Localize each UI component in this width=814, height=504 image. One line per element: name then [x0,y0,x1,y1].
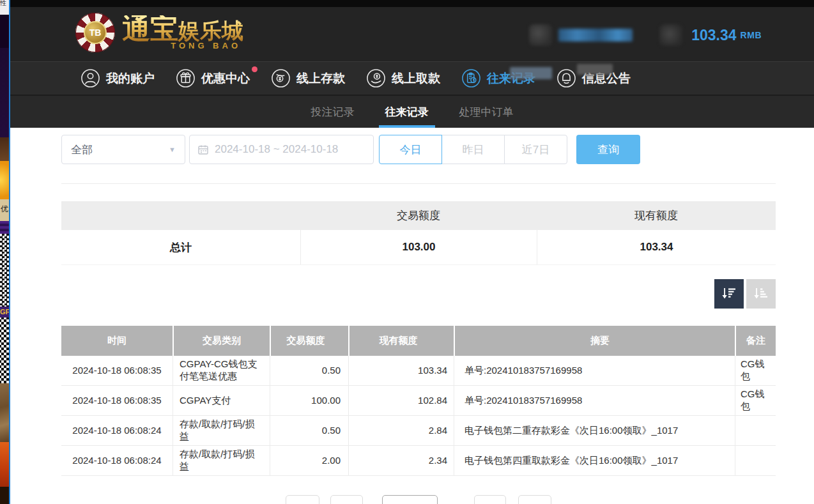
site-logo[interactable]: TB 通宝娱乐城 TONG BAO [75,13,243,52]
table-cell: CGPAY-CG钱包支付笔笔送优惠 [173,356,270,385]
nav-item-my-account[interactable]: 我的账户 [81,68,155,88]
sort-ascending-button[interactable] [746,279,776,309]
table-row: 2024-10-18 06:08:24存款/取款/打码/损益0.502.84电子… [61,416,776,446]
nav-item-promotions[interactable]: 优惠中心 [176,68,250,88]
pagination [61,495,776,504]
table-cell: 存款/取款/打码/损益 [173,446,270,475]
quick-range-yesterday[interactable]: 昨日 [442,135,505,164]
gift-icon [176,68,196,88]
censored-username [558,29,633,42]
background-purple-label: GF [0,307,9,317]
logo-title-main: 通宝 [122,13,178,45]
table-cell: 单号:202410183757169958 [454,386,735,415]
summary-total-label: 总计 [61,240,300,255]
column-header: 备注 [735,326,776,356]
summary-col-current-balance: 现有额度 [537,208,776,223]
category-select[interactable]: 全部 ▼ [61,135,185,164]
search-button[interactable]: 查询 [576,135,640,164]
table-cell: 103.34 [348,356,454,385]
summary-total-balance: 103.34 [537,230,776,264]
table-cell: 2024-10-18 06:08:35 [61,356,173,385]
summary-total-transaction: 103.00 [300,230,537,264]
table-cell: 2024-10-18 06:08:24 [61,446,173,475]
table-cell [735,416,776,445]
logo-subtitle: TONG BAO [122,41,243,50]
bell-icon [557,68,576,88]
notification-dot [252,66,257,72]
pagination-button[interactable] [474,495,506,504]
sub-nav: 投注记录 往来记录 处理中订单 [10,95,814,128]
censored-patch [510,67,552,79]
pagination-button[interactable] [518,495,551,504]
column-header: 时间 [61,326,173,356]
table-cell: 电子钱包第二重存款彩金《次日16:00领取》_1017 [454,416,735,445]
table-cell: 单号:202410183757169958 [454,356,735,385]
nav-item-online-withdrawal[interactable]: 线上取款 [366,68,440,88]
date-range-input[interactable]: 2024-10-18 ~ 2024-10-18 [189,135,374,164]
calendar-icon [197,144,209,155]
qr-code-fragment [0,234,9,307]
tab-transaction-records[interactable]: 往来记录 [383,96,431,128]
logo-title-rest: 娱乐城 [178,19,243,43]
table-cell: 0.50 [270,416,348,445]
table-cell: 2.84 [348,416,454,445]
table-row: 2024-10-18 06:08:35CGPAY-CG钱包支付笔笔送优惠0.50… [61,356,776,386]
summary-col-transaction-amount: 交易额度 [300,208,537,223]
censored-avatar [529,24,552,46]
casino-chip-icon: TB [75,13,115,52]
pagination-button[interactable] [286,495,319,504]
quick-range-today[interactable]: 今日 [379,135,442,164]
column-header: 交易额度 [270,326,348,356]
table-row: 2024-10-18 06:08:24存款/取款/打码/损益2.002.34电子… [61,446,776,476]
table-cell: CGPAY支付 [173,386,270,415]
balance-currency: RMB [741,30,762,40]
summary-table-header: 交易额度 现有额度 [61,201,776,230]
main-nav: 我的账户 优惠中心 线上存款 线上取款 往来记录 [10,61,814,95]
records-clipboard-icon [461,68,481,88]
quick-range-last7days[interactable]: 近7日 [504,135,567,164]
summary-table: 交易额度 现有额度 总计 103.00 103.34 [61,201,776,265]
column-header: 现有额度 [348,326,454,356]
censored-patch [577,64,613,75]
sort-controls [61,279,776,309]
table-cell: 0.50 [270,356,348,385]
background-banner-char: 优 [0,199,9,221]
table-row: 2024-10-18 06:08:35CGPAY支付100.00102.84单号… [61,386,776,416]
top-black-strip [10,0,814,7]
background-window-sliver: 性 优 GF [0,0,9,504]
table-cell: 2024-10-18 06:08:35 [61,386,173,415]
table-cell: 2.00 [270,446,348,475]
chip-monogram: TB [84,21,107,44]
summary-total-row: 总计 103.00 103.34 [61,230,776,265]
records-table: 时间交易类别交易额度现有额度摘要备注 2024-10-18 06:08:35CG… [61,326,776,476]
nav-item-online-deposit[interactable]: 线上存款 [271,68,345,88]
background-text-fragment: 性 [0,0,9,15]
column-header: 交易类别 [173,326,270,356]
section-divider [61,183,776,184]
table-cell: 存款/取款/打码/损益 [173,416,270,445]
deposit-coin-hand-icon [271,68,291,88]
records-table-body: 2024-10-18 06:08:35CGPAY-CG钱包支付笔笔送优惠0.50… [61,356,776,476]
tab-betting-records[interactable]: 投注记录 [309,96,357,128]
censored-wallet-icon[interactable] [659,24,682,46]
filter-bar: 全部 ▼ 2024-10-18 ~ 2024-10-18 今日 昨日 近7日 查… [61,135,776,164]
pagination-page-indicator[interactable] [382,495,438,504]
quick-range-group: 今日 昨日 近7日 [379,135,567,164]
tab-processing-orders[interactable]: 处理中订单 [457,96,516,128]
user-icon [81,68,100,88]
user-bar: 103.34 RMB [529,24,762,46]
qr-code-fragment [0,317,9,383]
balance-value: 103.34 [691,27,736,44]
table-cell: 电子钱包第四重取款彩金《次日16:00领取》_1017 [454,446,735,475]
table-cell: CG钱包 [735,356,776,385]
sort-descending-button[interactable] [714,279,744,309]
pagination-button[interactable] [330,495,363,504]
main-content: 全部 ▼ 2024-10-18 ~ 2024-10-18 今日 昨日 近7日 查… [10,128,814,504]
table-cell [735,446,776,475]
app-window: TB 通宝娱乐城 TONG BAO 103.34 RMB 我的账户 [10,0,814,504]
table-cell: CG钱包 [735,386,776,415]
records-table-header: 时间交易类别交易额度现有额度摘要备注 [61,326,776,356]
table-cell: 2024-10-18 06:08:24 [61,416,173,445]
column-header: 摘要 [454,326,735,356]
chevron-down-icon: ▼ [169,146,176,153]
